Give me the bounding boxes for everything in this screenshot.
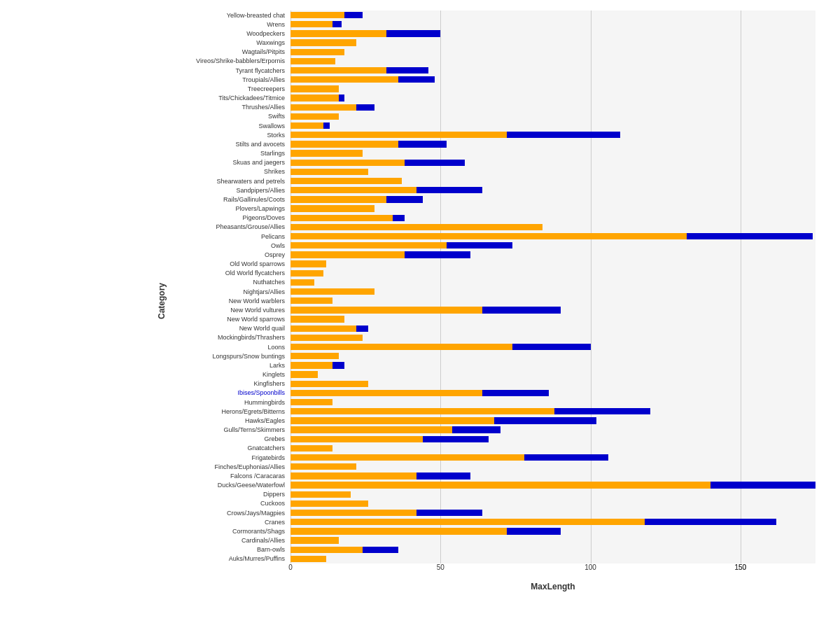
- x-tick-label: 150: [735, 564, 747, 571]
- x-axis-labels: 050100150150: [290, 564, 816, 578]
- bar-orange: [290, 104, 356, 111]
- bar-orange: [290, 445, 332, 451]
- y-label: Starlings: [260, 150, 285, 157]
- y-label: Falcons /Caracaras: [230, 472, 285, 479]
- bar-blue: [452, 426, 500, 433]
- bar-blue: [524, 454, 608, 461]
- bar-orange: [290, 49, 344, 55]
- y-label: Loons: [267, 344, 285, 351]
- x-tick-label: 0: [288, 564, 293, 571]
- bar-orange: [290, 436, 423, 442]
- y-label: Frigatebirds: [251, 454, 285, 461]
- x-axis-title: MaxLength: [290, 582, 816, 592]
- y-label: Sandpipers/Allies: [236, 187, 285, 194]
- y-label: Shrikes: [264, 168, 285, 175]
- y-label: Cuckoos: [260, 500, 285, 507]
- bar-orange: [290, 132, 507, 138]
- bar-blue: [398, 76, 434, 83]
- bar-orange: [290, 160, 405, 166]
- y-label: Swifts: [268, 113, 285, 120]
- y-label: New World vultures: [230, 307, 285, 314]
- y-label: Cormorants/Shags: [232, 528, 285, 535]
- bar-orange: [290, 178, 402, 184]
- bar-blue: [482, 390, 548, 396]
- bar-blue: [386, 30, 440, 36]
- grid-line: [591, 10, 592, 564]
- bar-blue: [645, 519, 777, 525]
- bar-orange: [290, 482, 710, 488]
- bar-orange: [290, 39, 356, 46]
- bar-orange: [290, 196, 386, 202]
- bar-orange: [290, 426, 452, 433]
- bar-orange: [290, 85, 339, 92]
- bar-blue: [554, 408, 650, 414]
- bar-blue: [447, 242, 512, 248]
- chart-container: Category Yellow-breasted chatWrensWoodpe…: [0, 0, 840, 630]
- y-label: Cranes: [265, 519, 285, 526]
- bar-blue: [416, 510, 482, 516]
- y-label: Hawks/Eagles: [245, 417, 285, 424]
- bar-blue: [507, 528, 561, 534]
- grid-line: [290, 10, 291, 564]
- y-label: Barn-owls: [257, 546, 285, 553]
- bar-orange: [290, 12, 344, 18]
- y-label: Rails/Gallinules/Coots: [223, 196, 285, 203]
- y-label: Nightjars/Allies: [243, 288, 285, 295]
- y-label: Kingfishers: [253, 380, 285, 387]
- bar-blue: [405, 160, 465, 166]
- bar-orange: [290, 519, 645, 525]
- bar-orange: [290, 326, 356, 332]
- y-label: Tits/Chickadees/Titmice: [218, 94, 285, 102]
- y-label: Thrushes/Allies: [241, 104, 285, 111]
- y-label: Mockingbirds/Thrashers: [218, 334, 285, 341]
- y-label: Stilts and avocets: [235, 141, 285, 148]
- bar-blue: [687, 233, 813, 239]
- bar-orange: [290, 251, 405, 258]
- bar-blue: [356, 104, 374, 111]
- bar-orange: [290, 335, 363, 341]
- bar-orange: [290, 316, 344, 322]
- y-label: Skuas and jaegers: [232, 159, 285, 166]
- y-label: Vireos/Shrike-babblers/Erpornis: [196, 57, 285, 64]
- y-label: Gnatcatchers: [247, 444, 285, 451]
- y-label: New World warblers: [229, 298, 285, 304]
- bar-blue: [332, 362, 344, 368]
- grid-line: [741, 10, 741, 564]
- bar-orange: [290, 547, 363, 553]
- y-label: Hummingbirds: [244, 399, 285, 406]
- bar-blue: [339, 94, 345, 101]
- bar-blue: [323, 122, 330, 129]
- bar-orange: [290, 472, 416, 479]
- bar-orange: [290, 141, 398, 147]
- y-label: Storks: [267, 132, 285, 139]
- bar-blue: [405, 251, 470, 258]
- bar-orange: [290, 390, 482, 396]
- bar-blue: [494, 417, 596, 424]
- y-label: Dippers: [263, 491, 285, 498]
- bar-orange: [290, 94, 339, 101]
- bar-blue: [393, 215, 405, 221]
- y-label: Pigeons/Doves: [242, 214, 285, 221]
- bar-orange: [290, 298, 332, 304]
- bar-orange: [290, 381, 368, 387]
- bar-blue: [507, 132, 621, 138]
- bar-blue: [386, 67, 428, 74]
- bar-orange: [290, 67, 386, 74]
- bar-blue: [356, 326, 368, 332]
- bar-orange: [290, 371, 318, 377]
- y-label: Herons/Egrets/Bitterns: [221, 408, 285, 415]
- bar-orange: [290, 510, 416, 516]
- bar-orange: [290, 76, 398, 83]
- bar-orange: [290, 233, 687, 239]
- bar-blue: [332, 21, 342, 27]
- y-labels-area: Yellow-breasted chatWrensWoodpeckersWaxw…: [147, 10, 290, 564]
- bar-orange: [290, 279, 314, 286]
- bar-orange: [290, 215, 393, 221]
- bar-orange: [290, 21, 332, 27]
- bar-orange: [290, 344, 512, 350]
- y-label: Tyrant flycatchers: [235, 67, 285, 74]
- bar-orange: [290, 491, 351, 498]
- y-label: Kinglets: [262, 371, 285, 378]
- y-label: Ibises/Spoonbills: [237, 389, 285, 396]
- bar-orange: [290, 537, 339, 543]
